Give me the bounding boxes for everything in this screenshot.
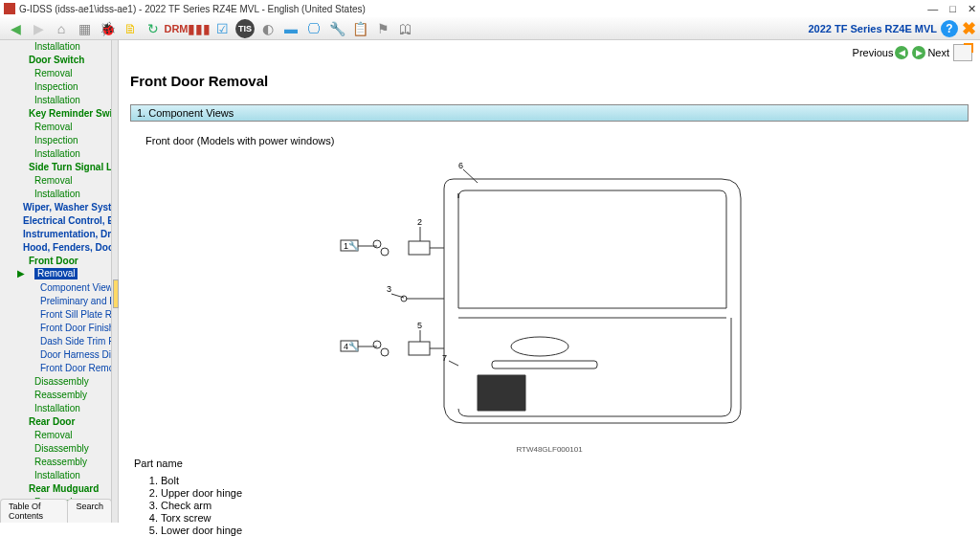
bug-icon[interactable]: 🐞 xyxy=(98,19,117,38)
svg-text:7: 7 xyxy=(442,353,447,363)
tree-item[interactable]: Installation xyxy=(0,188,111,201)
tree-item[interactable]: Installation xyxy=(0,147,111,161)
wrench-icon[interactable]: 🔧 xyxy=(327,19,346,38)
svg-text:3: 3 xyxy=(387,284,391,294)
svg-point-10 xyxy=(373,341,381,348)
page-title: Front Door Removal xyxy=(119,65,980,97)
svg-point-8 xyxy=(373,240,381,248)
tree-item[interactable]: Preliminary and Post xyxy=(0,295,111,308)
tree-item[interactable]: Removal xyxy=(0,429,111,442)
tab-toc[interactable]: Table Of Contents xyxy=(0,499,68,523)
tree-item[interactable]: Door Harness Discor xyxy=(0,348,111,362)
splitter[interactable] xyxy=(111,40,119,523)
section-header: 1. Component Views xyxy=(130,104,969,122)
tree-item[interactable]: Removal xyxy=(0,121,111,134)
svg-point-9 xyxy=(381,248,389,256)
tree-item[interactable]: Front Door Removal xyxy=(0,362,111,375)
figure-code: RTW48GLF000101 xyxy=(119,445,980,454)
model-label: 2022 TF Series RZ4E MVL xyxy=(809,23,938,34)
back-icon[interactable]: ◀ xyxy=(6,19,25,38)
svg-line-15 xyxy=(391,294,404,298)
app-icon2[interactable]: ▬ xyxy=(281,19,301,38)
tree-item[interactable]: Installation xyxy=(0,469,111,482)
window-title: G-IDSS (idss-ae1\idss-ae1) - 2022 TF Ser… xyxy=(19,4,366,14)
part-item: Bolt xyxy=(161,475,965,487)
clipboard-icon[interactable]: 📋 xyxy=(350,19,369,38)
tree-item[interactable]: Reassembly xyxy=(0,456,111,469)
svg-point-11 xyxy=(381,348,389,356)
flag-icon[interactable]: ⚑ xyxy=(373,19,392,38)
content-pane: Previous ◀ ▶ Next Front Door Removal 1. … xyxy=(119,40,980,536)
tree-item[interactable]: Disassembly xyxy=(0,442,111,456)
tree-item[interactable]: Inspection xyxy=(0,80,111,94)
tree-item[interactable]: Component Views xyxy=(0,281,111,295)
figure-caption: Front door (Models with power windows) xyxy=(119,129,980,152)
window-titlebar: G-IDSS (idss-ae1\idss-ae1) - 2022 TF Ser… xyxy=(0,0,980,17)
tree-item[interactable]: Reassembly xyxy=(0,389,111,402)
tis-icon[interactable]: TIS xyxy=(235,19,255,38)
tree-item[interactable]: Removal xyxy=(34,268,78,279)
drm-label[interactable]: DRM xyxy=(167,19,186,38)
refresh-icon[interactable]: ↻ xyxy=(144,19,163,38)
home-icon[interactable]: ⌂ xyxy=(52,19,71,38)
part-name-label: Part name xyxy=(119,454,980,473)
next-arrow-icon: ▶ xyxy=(912,46,925,59)
previous-button[interactable]: Previous ◀ xyxy=(853,46,909,59)
tree-item[interactable]: Rear Mudguard xyxy=(0,482,111,496)
tree-item[interactable]: Installation xyxy=(0,94,111,107)
book-icon[interactable]: 🕮 xyxy=(396,19,415,38)
previous-arrow-icon: ◀ xyxy=(895,46,908,59)
gauge-icon[interactable]: ◐ xyxy=(258,19,278,38)
monitor-icon[interactable]: 🖵 xyxy=(304,19,323,38)
chart-icon[interactable]: ▮▮▮ xyxy=(189,19,209,38)
tree-item[interactable]: Installation xyxy=(0,40,111,54)
tree-item[interactable]: Instrumentation, Driver Inf xyxy=(0,228,111,241)
part-item: Lower door hinge xyxy=(161,525,965,536)
tree-item[interactable]: Door Switch xyxy=(0,54,111,67)
tree-item[interactable]: Electrical Control, Enterta xyxy=(0,214,111,228)
front-door-diagram: 1🔧 2 3 4🔧 5 6 7 xyxy=(301,160,798,437)
toc-sidebar: InstallationDoor SwitchRemovalInspection… xyxy=(0,40,111,523)
tree-item[interactable]: Rear Door xyxy=(0,415,111,429)
svg-rect-2 xyxy=(409,241,430,255)
app-icon xyxy=(4,3,15,14)
svg-text:2: 2 xyxy=(417,217,422,227)
svg-line-18 xyxy=(449,361,458,366)
tree-item[interactable]: Front Sill Plate Remo xyxy=(0,308,111,322)
note-icon[interactable]: 🗎 xyxy=(121,19,140,38)
expand-button[interactable] xyxy=(953,44,972,61)
tree-item[interactable]: Side Turn Signal Light (D xyxy=(0,161,111,174)
tree-item[interactable]: Disassembly xyxy=(0,375,111,389)
tree-item[interactable]: Removal xyxy=(0,174,111,188)
next-button[interactable]: ▶ Next xyxy=(912,46,949,59)
main-toolbar: ◀ ▶ ⌂ ▦ 🐞 🗎 ↻ DRM ▮▮▮ ☑ TIS ◐ ▬ 🖵 🔧 📋 ⚑ … xyxy=(0,17,980,40)
svg-text:6: 6 xyxy=(458,161,463,170)
part-item: Check arm xyxy=(161,500,965,512)
svg-rect-1 xyxy=(492,361,597,368)
forward-icon[interactable]: ▶ xyxy=(29,19,48,38)
tree-item[interactable]: Wiper, Washer Systems xyxy=(0,201,111,214)
tree-item[interactable]: Hood, Fenders, Doors xyxy=(0,241,111,255)
tab-search[interactable]: Search xyxy=(67,499,111,523)
close-model-icon[interactable]: ✖ xyxy=(962,18,976,39)
svg-rect-3 xyxy=(409,342,430,355)
svg-text:1🔧: 1🔧 xyxy=(344,240,360,252)
tree-item[interactable]: Key Reminder Switch xyxy=(0,107,111,121)
tree-item[interactable]: Front Door Finisher F xyxy=(0,322,111,335)
svg-text:5: 5 xyxy=(417,321,422,330)
maximize-button[interactable]: □ xyxy=(949,3,956,15)
tree-item[interactable]: Installation xyxy=(0,402,111,415)
help-icon[interactable]: ? xyxy=(941,20,958,37)
tool1-icon[interactable]: ▦ xyxy=(75,19,94,38)
tree-item[interactable]: Removal xyxy=(0,67,111,80)
tree-item[interactable]: Dash Side Trim Pad I xyxy=(0,335,111,348)
toc-tree[interactable]: InstallationDoor SwitchRemovalInspection… xyxy=(0,40,111,523)
part-item: Upper door hinge xyxy=(161,487,965,500)
tree-item[interactable]: Inspection xyxy=(0,134,111,147)
close-button[interactable]: ✕ xyxy=(968,3,976,15)
checklist-icon[interactable]: ☑ xyxy=(212,19,232,38)
part-item: Torx screw xyxy=(161,512,965,525)
minimize-button[interactable]: — xyxy=(927,3,938,15)
previous-label: Previous xyxy=(853,47,894,58)
tree-item[interactable]: Front Door xyxy=(0,255,111,268)
